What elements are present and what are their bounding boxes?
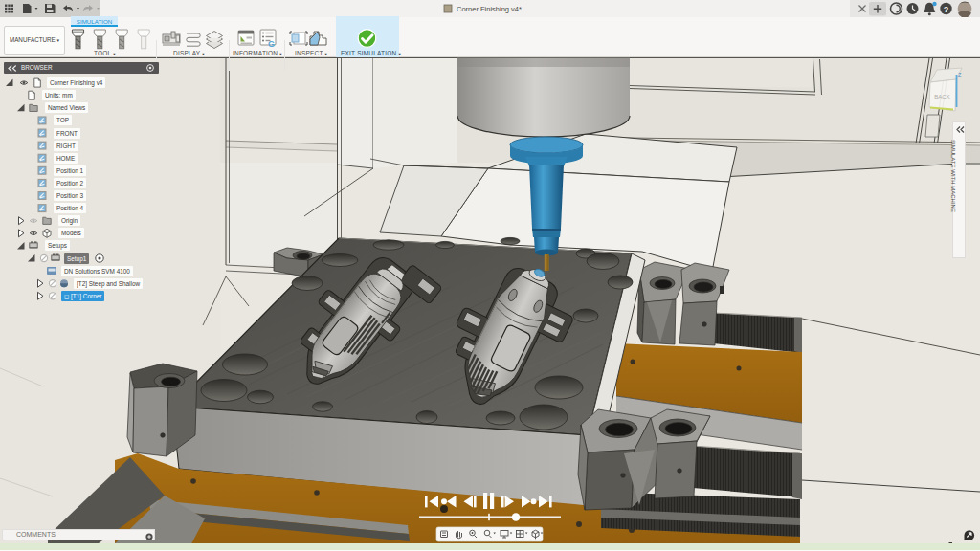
svg-text:Corner Finishing v4*: Corner Finishing v4* [457, 5, 522, 13]
svg-text:BACK: BACK [934, 94, 949, 99]
svg-text:G: G [268, 39, 275, 49]
svg-text:?: ? [944, 5, 949, 14]
